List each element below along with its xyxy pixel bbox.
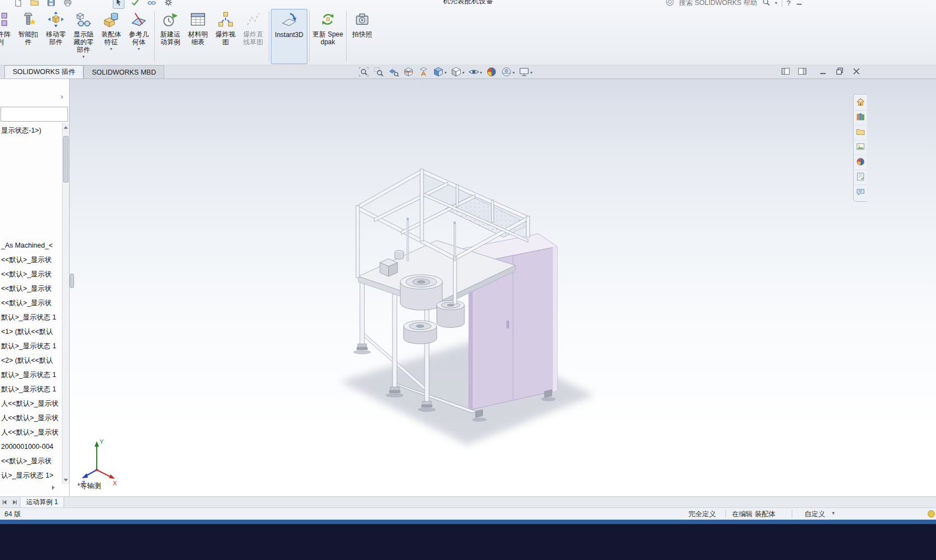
zoom-to-area-button[interactable]	[373, 66, 384, 79]
feature-tree-item[interactable]: _As Machined_<	[1, 239, 53, 252]
graphics-viewport[interactable]: Y X Z *等轴测	[70, 79, 936, 496]
scroll-up-button[interactable]	[62, 123, 69, 132]
search-input[interactable]: 搜索 SOLIDWORKS 帮助	[679, 0, 757, 8]
motion-prev-icon[interactable]	[2, 499, 9, 506]
assembly-model[interactable]	[310, 144, 597, 453]
chevron-down-icon[interactable]: ▾	[832, 510, 835, 516]
linear-component-pattern-button[interactable]: 零件阵列	[0, 9, 14, 64]
feature-tree-item[interactable]: <<默认>_显示状	[1, 282, 51, 295]
previous-view-icon	[388, 66, 399, 79]
scrollbar-thumb[interactable]	[63, 136, 69, 182]
tree-row-box[interactable]	[1, 107, 68, 122]
tab-solidworks-mbd[interactable]: SOLIDWORKS MBD	[83, 65, 164, 78]
pane-toggle-left-icon[interactable]	[781, 66, 791, 78]
feature-tree-item[interactable]: <<默认>_显示状	[1, 454, 51, 468]
assembly-features-button[interactable]: 装配体特征▾	[97, 9, 125, 64]
hide-show-items-button[interactable]: ▾	[468, 66, 482, 79]
feature-tree-item[interactable]: 人<<默认>_显示状	[1, 411, 59, 425]
settings-button[interactable]	[163, 0, 174, 9]
apply-scene-button[interactable]: ▾	[501, 66, 515, 79]
reference-geometry-button[interactable]: 参考几何体▾	[125, 9, 153, 64]
print-button[interactable]	[62, 0, 74, 9]
display-style-button[interactable]: ▾	[451, 66, 464, 79]
design-library-tab[interactable]	[854, 111, 867, 125]
exploded-view-label: 爆炸视图	[215, 30, 237, 46]
edit-appearance-icon	[486, 66, 497, 79]
chevron-down-icon: ▾	[462, 70, 464, 75]
view-settings-button[interactable]: ▾	[519, 66, 532, 79]
edit-appearance-button[interactable]	[486, 66, 497, 79]
pane-toggle-right-icon[interactable]	[797, 66, 807, 78]
feature-tree-item[interactable]: 人<<默认>_显示状	[1, 397, 59, 410]
motion-study-tab[interactable]: 运动算例 1	[20, 497, 64, 507]
feature-tree-item[interactable]: 2000001000-004	[1, 440, 54, 453]
exploded-view-button[interactable]: 爆炸视图	[212, 9, 239, 64]
help-button[interactable]: ?	[787, 0, 791, 7]
help-sync-icon[interactable]	[665, 0, 674, 8]
status-indicator-icon[interactable]	[928, 510, 935, 517]
view-orientation-button[interactable]: ▾	[433, 66, 447, 79]
take-snapshot-button[interactable]: 拍快照	[348, 9, 376, 64]
feature-tree-item[interactable]: 默认>_显示状态 1	[1, 368, 56, 381]
window-minimize-button[interactable]	[795, 0, 804, 8]
document-minimize-button[interactable]	[818, 66, 828, 78]
save-button[interactable]	[45, 0, 57, 9]
os-taskbar	[0, 524, 936, 560]
custom-properties-icon	[856, 172, 865, 183]
chevron-down-icon[interactable]: ▾	[775, 1, 777, 6]
feature-tree-item[interactable]: 人<<默认>_显示状	[1, 426, 59, 439]
document-close-button[interactable]	[851, 66, 861, 78]
feature-tree-item[interactable]: 默认>_显示状态 1	[1, 339, 56, 353]
open-button[interactable]	[29, 0, 40, 9]
custom-toolbar-dropdown[interactable]: 自定义	[804, 510, 825, 519]
smart-fasteners-button[interactable]: 智能扣件	[14, 9, 42, 64]
zoom-to-fit-button[interactable]	[358, 66, 369, 79]
pane-splitter-handle[interactable]	[70, 274, 74, 288]
scroll-down-button[interactable]	[62, 475, 69, 484]
bill-of-materials-button[interactable]: 材料明细表	[184, 9, 212, 64]
instant3d-button[interactable]: Instant3D	[271, 9, 307, 64]
appearances-icon	[856, 157, 865, 168]
tree-hscroll-right-button[interactable]	[52, 485, 55, 490]
motion-next-icon[interactable]	[11, 499, 18, 506]
version-text: 64 版	[4, 510, 21, 519]
section-view-button[interactable]	[403, 66, 414, 79]
divider	[725, 510, 726, 518]
tree-expand-button[interactable]: ›	[57, 91, 66, 101]
view-glasses-button[interactable]	[146, 0, 158, 9]
solidworks-forum-icon	[856, 187, 865, 198]
document-restore-button[interactable]	[835, 66, 845, 78]
update-speedpak-button[interactable]: 更新 Speedpak	[311, 9, 344, 64]
tree-scrollbar[interactable]	[62, 123, 69, 484]
dynamic-annotation-views-button[interactable]	[418, 66, 429, 79]
feature-tree-item[interactable]: <1> (默认<<默认	[1, 325, 53, 338]
feature-tree-item[interactable]: 认>_显示状态 1>	[1, 469, 53, 482]
feature-tree-item[interactable]: <<默认>_显示状	[1, 296, 51, 310]
save-icon	[46, 0, 56, 9]
search-icon[interactable]	[762, 0, 771, 8]
custom-properties-tab[interactable]	[854, 170, 867, 185]
file-explorer-tab[interactable]	[854, 125, 867, 140]
select-tool-button[interactable]	[113, 0, 124, 9]
accept-button[interactable]	[129, 0, 141, 9]
tab-solidworks-addins[interactable]: SOLIDWORKS 插件	[4, 65, 83, 78]
feature-tree-item[interactable]: 显示状态-1>)	[1, 124, 41, 137]
move-component-button[interactable]: 移动零部件	[42, 9, 70, 64]
show-hidden-components-button[interactable]: 显示隐藏的零部件▾	[70, 9, 97, 64]
feature-tree-item[interactable]: <<默认>_显示状	[1, 268, 51, 281]
explode-line-sketch-button[interactable]: 爆炸直线草图	[239, 9, 267, 64]
move-component-label: 移动零部件	[45, 30, 67, 46]
feature-tree-item[interactable]: 默认>_显示状态 1	[1, 383, 56, 396]
feature-tree-item[interactable]: 默认>_显示状态 1	[1, 311, 56, 324]
feature-tree-item[interactable]: <<默认>_显示状	[1, 253, 51, 266]
feature-tree-item[interactable]: <2> (默认<<默认	[1, 354, 53, 367]
solidworks-resources-tab[interactable]	[854, 96, 867, 111]
previous-view-button[interactable]	[388, 66, 399, 79]
appearances-tab[interactable]	[854, 155, 867, 170]
new-document-button[interactable]	[12, 0, 24, 9]
new-motion-study-button[interactable]: 新建运动算例	[156, 9, 184, 64]
edit-status: 在编辑 装配体	[732, 510, 775, 519]
solidworks-forum-tab[interactable]	[854, 185, 867, 200]
view-palette-tab[interactable]	[854, 140, 867, 155]
design-library-icon	[856, 112, 865, 123]
